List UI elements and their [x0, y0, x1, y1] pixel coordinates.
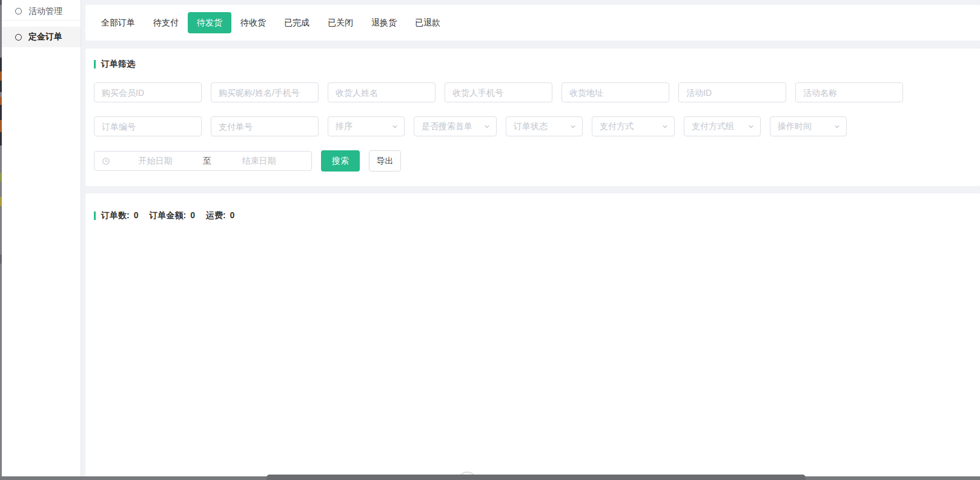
section-accent-bar [94, 60, 96, 68]
stat-value: 0 [230, 210, 235, 221]
sidebar-item-label: 活动管理 [28, 6, 62, 17]
order-status-select[interactable]: 订单状态 [506, 116, 583, 136]
sidebar-item-activity-management[interactable]: 活动管理 [2, 2, 81, 21]
date-range-separator: 至 [200, 156, 214, 167]
order-amount-stat: 订单金额: 0 [149, 210, 194, 221]
stat-value: 0 [190, 210, 195, 221]
chevron-down-icon [747, 123, 755, 130]
select-placeholder: 订单状态 [514, 121, 548, 132]
filter-row-3: 开始日期 至 结束日期 搜索 导出 [94, 150, 972, 172]
consignee-phone-input[interactable] [445, 82, 552, 102]
main-content: 全部订单 待支付 待发货 待收货 已完成 已关闭 退换货 已退款 订单筛选 排序 [81, 0, 980, 480]
chevron-down-icon [833, 123, 841, 130]
payment-number-input[interactable] [211, 116, 319, 136]
activity-id-input[interactable] [678, 82, 786, 102]
tab-return-exchange[interactable]: 退换货 [362, 12, 406, 33]
stat-label: 订单数: [101, 210, 130, 221]
tab-pending-payment[interactable]: 待支付 [144, 12, 188, 33]
buyer-nickname-input[interactable] [211, 82, 319, 102]
select-placeholder: 是否搜索首单 [422, 121, 472, 132]
hidden-taskbar-segment [267, 475, 806, 480]
payment-method-select[interactable]: 支付方式 [592, 116, 675, 136]
tab-closed[interactable]: 已关闭 [319, 12, 362, 33]
chevron-down-icon [569, 123, 577, 130]
order-summary-bar: 订单数: 0 订单金额: 0 运费: 0 [94, 210, 972, 221]
section-accent-bar [94, 212, 96, 220]
clock-icon [102, 157, 110, 165]
consignee-name-input[interactable] [328, 82, 435, 102]
payment-method-group-select[interactable]: 支付方式组 [684, 116, 761, 136]
circle-icon [15, 8, 22, 15]
sort-select[interactable]: 排序 [328, 116, 405, 136]
order-status-tab-bar: 全部订单 待支付 待发货 待收货 已完成 已关闭 退换货 已退款 [85, 5, 980, 41]
order-filter-panel: 订单筛选 排序 是否搜索首单 订单状态 [85, 48, 980, 186]
filter-title-text: 订单筛选 [101, 59, 135, 70]
filter-row-1 [94, 82, 972, 102]
tab-completed[interactable]: 已完成 [275, 12, 319, 33]
tab-pending-receipt[interactable]: 待收货 [231, 12, 275, 33]
export-button[interactable]: 导出 [369, 150, 401, 172]
filter-row-2: 排序 是否搜索首单 订单状态 支付方式 支付方式组 操作时间 [94, 116, 972, 136]
stat-label: 订单金额: [149, 210, 186, 221]
activity-name-input[interactable] [795, 82, 903, 102]
select-placeholder: 排序 [336, 121, 353, 132]
first-order-search-select[interactable]: 是否搜索首单 [414, 116, 497, 136]
sidebar-item-label: 定金订单 [28, 32, 62, 42]
operation-time-select[interactable]: 操作时间 [770, 116, 847, 136]
select-placeholder: 支付方式 [600, 121, 634, 132]
date-range-picker[interactable]: 开始日期 至 结束日期 [94, 151, 312, 171]
tab-all-orders[interactable]: 全部订单 [92, 12, 144, 33]
order-results-panel: 订单数: 0 订单金额: 0 运费: 0 [85, 193, 980, 480]
start-date-placeholder[interactable]: 开始日期 [110, 156, 200, 167]
order-number-input[interactable] [94, 116, 202, 136]
chevron-down-icon [483, 123, 491, 130]
shipping-address-input[interactable] [561, 82, 669, 102]
end-date-placeholder[interactable]: 结束日期 [214, 156, 304, 167]
tab-pending-shipment[interactable]: 待发货 [188, 12, 231, 33]
tab-refunded[interactable]: 已退款 [406, 12, 449, 33]
filter-section-title: 订单筛选 [94, 59, 972, 70]
buyer-member-id-input[interactable] [94, 82, 202, 102]
circle-icon [15, 34, 22, 41]
stat-value: 0 [134, 210, 139, 221]
chevron-down-icon [391, 123, 399, 130]
shipping-fee-stat: 运费: 0 [206, 210, 234, 221]
search-button[interactable]: 搜索 [321, 150, 360, 172]
sidebar-item-deposit-orders[interactable]: 定金订单 [2, 27, 81, 47]
chevron-down-icon [661, 123, 669, 130]
select-placeholder: 支付方式组 [692, 121, 734, 132]
select-placeholder: 操作时间 [778, 121, 812, 132]
stat-label: 运费: [206, 210, 226, 221]
order-count-stat: 订单数: 0 [101, 210, 138, 221]
sidebar: 活动管理 定金订单 [2, 0, 81, 480]
